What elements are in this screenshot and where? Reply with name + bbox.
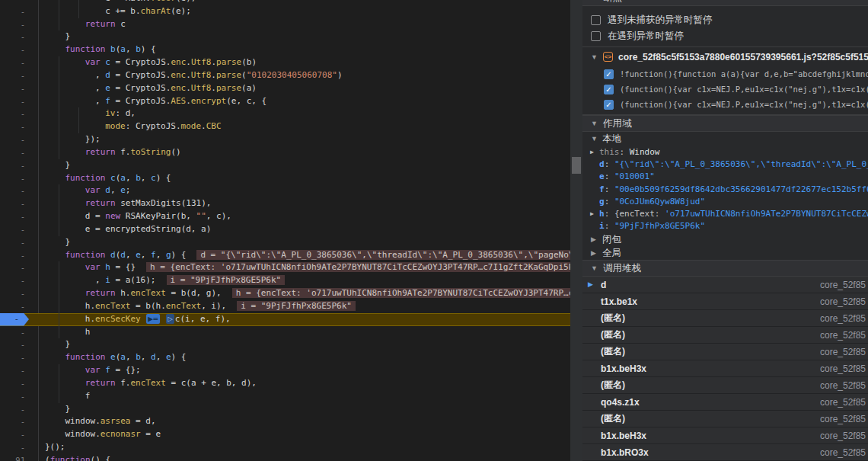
- code-line[interactable]: -var f = {};: [0, 364, 570, 377]
- code-line[interactable]: -}: [0, 403, 570, 416]
- gutter-fold-marker[interactable]: -: [0, 133, 32, 146]
- scope-global-row[interactable]: ▶ 全局: [582, 246, 868, 260]
- pause-uncaught-row[interactable]: 遇到未捕获的异常时暂停: [582, 12, 868, 28]
- breakpoint-file-row[interactable]: ▼ <> core_52f85c5f5153a7880e601557393956…: [582, 47, 868, 66]
- callstack-frame[interactable]: (匿名)core_52f85: [582, 411, 868, 427]
- code-line[interactable]: -, e = CryptoJS.enc.Utf8.parse(a): [0, 82, 570, 95]
- callstack-frame[interactable]: (匿名)core_52f85: [582, 377, 868, 394]
- scope-variable-row[interactable]: ▶this: Window: [582, 146, 868, 158]
- breakpoints-section-header[interactable]: ▼ 断点: [582, 0, 868, 6]
- code-line[interactable]: -window.ecnonasr = e: [0, 428, 570, 441]
- scope-variable-row[interactable]: d: "{\"rid\":\"A_PL_0_3865036\",\"thread…: [582, 158, 868, 170]
- pause-caught-row[interactable]: 在遇到异常时暂停: [582, 28, 868, 44]
- chevron-right-icon[interactable]: ▶: [591, 249, 598, 257]
- breakpoint-checkbox[interactable]: ✓: [604, 69, 614, 79]
- gutter-fold-marker[interactable]: -: [0, 95, 32, 108]
- breakpoint-snippet[interactable]: (function(){var c1x=NEJ.P,eu1x=c1x("nej.…: [620, 100, 868, 109]
- chevron-down-icon[interactable]: ▼: [591, 264, 598, 272]
- callstack-frame[interactable]: b1x.bRO3xcore_52f85: [582, 444, 868, 461]
- breakpoint-entry[interactable]: ✓(function(){var c1x=NEJ.P,eu1x=c1x("nej…: [582, 82, 868, 97]
- inline-step-target-icon[interactable]: ▷: [166, 314, 174, 324]
- chevron-down-icon[interactable]: ▼: [591, 120, 598, 127]
- gutter-fold-marker[interactable]: -: [0, 261, 32, 274]
- chevron-down-icon[interactable]: ▼: [591, 53, 598, 61]
- code-line[interactable]: -return f.toString(): [0, 146, 570, 159]
- inline-step-marker-icon[interactable]: ▶=: [146, 314, 159, 324]
- scope-variable-row[interactable]: g: "0CoJUm6Qyw8W8jud": [582, 195, 868, 207]
- editor-scrollbar-track[interactable]: [570, 0, 582, 461]
- callstack-section-header[interactable]: ▼ 调用堆栈: [582, 260, 868, 277]
- scope-variable-row[interactable]: f: "00e0b509f6259df8642dbc35662901477df2…: [582, 183, 868, 195]
- gutter-fold-marker[interactable]: -: [0, 210, 32, 223]
- gutter-fold-marker[interactable]: -: [0, 377, 32, 390]
- gutter-fold-marker[interactable]: -: [0, 184, 32, 197]
- code-line[interactable]: -return setMaxDigits(131),: [0, 197, 570, 210]
- gutter-fold-marker[interactable]: -: [0, 43, 32, 56]
- callstack-frame[interactable]: b1x.beH3xcore_52f85: [582, 360, 868, 377]
- gutter-fold-marker[interactable]: -: [0, 146, 32, 159]
- code-line[interactable]: -return c: [0, 18, 570, 31]
- code-line[interactable]: -window.asrsea = d,: [0, 415, 570, 428]
- callstack-frame[interactable]: t1x.be1xcore_52f85: [582, 293, 868, 310]
- editor-scrollbar-thumb[interactable]: [572, 157, 581, 174]
- expand-arrow-icon[interactable]: ▶: [590, 210, 599, 217]
- gutter-fold-marker[interactable]: -: [0, 197, 32, 210]
- scope-section-header[interactable]: ▼ 作用域: [582, 115, 868, 132]
- code-line[interactable]: -h.encText = b(h.encText, i),i = "9PjFJf…: [0, 300, 570, 313]
- code-line[interactable]: -}: [0, 30, 570, 43]
- pause-caught-checkbox[interactable]: [591, 31, 601, 41]
- gutter-fold-marker[interactable]: -: [0, 326, 32, 339]
- gutter-fold-marker[interactable]: -: [0, 82, 32, 95]
- code-line[interactable]: -, d = CryptoJS.enc.Utf8.parse("01020304…: [0, 69, 570, 82]
- callstack-frame[interactable]: (匿名)core_52f85: [582, 327, 868, 344]
- code-line[interactable]: -iv: d,: [0, 107, 570, 120]
- scope-local-row[interactable]: ▼ 本地: [582, 132, 868, 146]
- gutter-fold-marker[interactable]: -: [0, 223, 32, 236]
- code-line[interactable]: -return f.encText = c(a + e, b, d),: [0, 377, 570, 390]
- callstack-frame[interactable]: (匿名)core_52f85: [582, 310, 868, 327]
- pause-uncaught-label[interactable]: 遇到未捕获的异常时暂停: [608, 14, 713, 27]
- code-line[interactable]: -h.encSecKey ▶= ▷c(i, e, f),: [0, 313, 570, 326]
- code-line[interactable]: -}: [0, 236, 570, 249]
- gutter-fold-marker[interactable]: -: [0, 338, 32, 351]
- pause-uncaught-checkbox[interactable]: [591, 15, 601, 25]
- gutter-fold-marker[interactable]: -: [0, 120, 32, 133]
- scope-closure-row[interactable]: ▶ 闭包: [582, 232, 868, 246]
- chevron-down-icon[interactable]: ▼: [591, 135, 598, 142]
- gutter-fold-marker[interactable]: -: [0, 69, 32, 82]
- gutter-fold-marker[interactable]: -: [0, 441, 32, 454]
- code-line[interactable]: -, i = a(16);i = "9PjFJfhPx8GE5P6k": [0, 274, 570, 287]
- code-line[interactable]: -e = encryptedString(d, a): [0, 223, 570, 236]
- pause-caught-label[interactable]: 在遇到异常时暂停: [608, 30, 684, 43]
- gutter-fold-marker[interactable]: -: [0, 107, 32, 120]
- breakpoint-snippet[interactable]: !function(){function a(a){var d,e,b="abc…: [620, 69, 868, 78]
- gutter-fold-marker[interactable]: -: [0, 274, 32, 287]
- gutter-fold-marker[interactable]: -: [0, 300, 32, 313]
- code-editor[interactable]: -e = Math.floor(e),-c += b.charAt(e);-re…: [0, 0, 570, 461]
- breakpoint-checkbox[interactable]: ✓: [604, 100, 614, 110]
- gutter-fold-marker[interactable]: -: [0, 415, 32, 428]
- code-line[interactable]: -var c = CryptoJS.enc.Utf8.parse(b): [0, 56, 570, 69]
- gutter-fold-marker[interactable]: -: [0, 30, 32, 43]
- code-line[interactable]: -}: [0, 159, 570, 172]
- breakpoint-checkbox[interactable]: ✓: [604, 85, 614, 94]
- gutter-fold-marker[interactable]: -: [0, 172, 32, 185]
- gutter-fold-marker[interactable]: -: [0, 287, 32, 300]
- breakpoint-entry[interactable]: ✓(function(){var c1x=NEJ.P,eu1x=c1x("nej…: [582, 97, 868, 112]
- code-line[interactable]: -, f = CryptoJS.AES.encrypt(e, c, {: [0, 95, 570, 108]
- gutter-fold-marker[interactable]: -: [0, 351, 32, 364]
- scope-variable-row[interactable]: e: "010001": [582, 171, 868, 183]
- chevron-down-icon[interactable]: ▼: [591, 0, 598, 2]
- code-line[interactable]: -d = new RSAKeyPair(b, "", c),: [0, 210, 570, 223]
- code-line[interactable]: -h: [0, 326, 570, 339]
- scope-variable-row[interactable]: ▶h: {encText: 'o717uwTUhICN8nfiOh9ATe2P7…: [582, 207, 868, 219]
- line-number[interactable]: 91: [0, 454, 32, 461]
- code-line[interactable]: -e = Math.floor(e),: [0, 0, 570, 5]
- scope-variable-row[interactable]: i: "9PjFJfhPx8GE5P6k": [582, 220, 868, 232]
- callstack-frame[interactable]: qo4s.z1xcore_52f85: [582, 394, 868, 411]
- code-line[interactable]: -}();: [0, 441, 570, 454]
- code-line[interactable]: -});: [0, 133, 570, 146]
- gutter-fold-marker[interactable]: -: [0, 249, 32, 262]
- code-line[interactable]: -function c(a, b, c) {: [0, 172, 570, 185]
- gutter-fold-marker[interactable]: -: [0, 18, 32, 31]
